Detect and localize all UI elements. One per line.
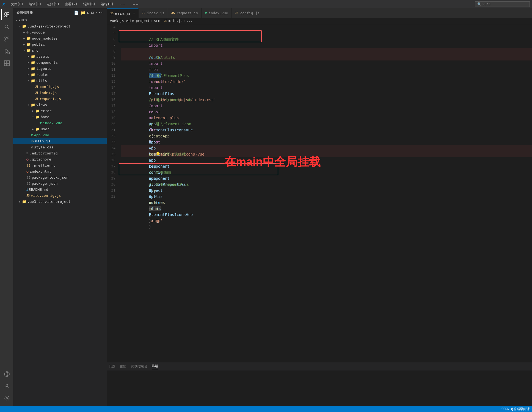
bottom-content [107,370,532,406]
tree-vite-config[interactable]: JS vite.config.js [13,192,107,198]
bottom-tab-problems[interactable]: 问题 [109,363,115,370]
tab-index-vue[interactable]: ▼ index.vue [202,8,231,18]
back-arrow[interactable]: ← [133,2,135,6]
svg-rect-1 [7,13,9,14]
tree-request-js[interactable]: JS request.js [13,96,107,102]
tree-index-js[interactable]: JS index.js [13,90,107,96]
editor-area: JS main.js ✕ JS index.js JS request.js ▼… [107,8,532,406]
tree-home[interactable]: ▾ 📁 home [13,114,107,120]
code-line-5: // 引入路由文件 [121,30,532,36]
menu-goto[interactable]: 转到(G) [81,1,98,7]
tree-vue3-js-vite[interactable]: ▾ 📁 vue3-js-vite-project [13,23,107,29]
code-line-10 [121,60,532,67]
activity-bottom [1,369,12,406]
code-line-29: // 使用ElementPlus [121,175,532,181]
code-editor[interactable]: 4 5 6 7 8 9 10 11 12 13 14 15 16 17 18 1… [107,24,532,362]
tree-vue3-ts-vite[interactable]: ▶ 📁 vue3-ts-vite-project [13,198,107,204]
collapse-icon[interactable]: ⊟ [91,10,94,15]
bottom-tab-debug[interactable]: 调试控制台 [131,363,147,370]
menu-file[interactable]: 文件(F) [9,1,26,7]
nav-arrows: ← → [133,2,139,6]
tab-js-icon-3: JS [171,11,175,15]
breadcrumb-more: ... [187,19,193,23]
tree-main-js[interactable]: JS main.js [13,138,107,144]
tree-app-vue[interactable]: ▼ App.vue [13,132,107,138]
activity-account[interactable] [1,381,12,392]
code-line-4 [121,24,532,30]
tree-router[interactable]: ▶ 📁 router [13,71,107,78]
tree-vue3-root[interactable]: ▾ VUE3 [13,17,107,23]
tree-error[interactable]: ▶ 📁 error [13,108,107,114]
tree-views[interactable]: ▾ 📁 views [13,102,107,108]
status-text: CSDN @前端早间课 [501,407,530,411]
tab-main-js[interactable]: JS main.js ✕ [107,8,139,18]
code-line-30: app . use ( ElementPlus ); [121,181,532,187]
tab-close-main-js[interactable]: ✕ [133,12,135,15]
activity-explorer[interactable] [1,9,12,20]
activity-run-debug[interactable] [1,46,12,57]
tree-editorconfig[interactable]: ≡ .editorconfig [13,150,107,156]
svg-point-8 [5,40,6,41]
svg-rect-3 [5,16,7,17]
tree-node-modules[interactable]: ▶ 📁 node_modules [13,35,107,41]
breadcrumb: vue3-js-vite-project › src › JS main.js … [107,18,532,24]
tab-js-icon: JS [110,12,114,15]
tab-config-js[interactable]: JS config.js [231,8,263,18]
tree-package-json[interactable]: {} package.json [13,180,107,186]
tree-vscode[interactable]: ▶ ⚙ .vscode [13,29,107,35]
tab-request-js[interactable]: JS request.js [168,8,202,18]
tree-gitignore[interactable]: ◇ .gitignore [13,156,107,162]
status-bar: CSDN @前端早间课 [0,406,532,412]
refresh-icon[interactable]: ↻ [87,10,90,15]
tab-request-js-label: request.js [177,11,198,15]
svg-line-5 [7,27,9,29]
activity-settings[interactable] [1,393,12,404]
title-search-bar[interactable]: 🔍 vue3 [475,1,530,7]
tree-style-css[interactable]: # style.css [13,144,107,150]
breadcrumb-js-icon: JS [164,20,167,23]
menu-edit[interactable]: 编辑(E) [27,1,44,7]
tree-public[interactable]: ▶ 📁 public [13,41,107,47]
line-numbers: 4 5 6 7 8 9 10 11 12 13 14 15 16 17 18 1… [107,24,120,362]
svg-rect-2 [7,15,9,17]
sidebar-title: 资源管理器 [16,11,33,15]
tree-home-index-vue[interactable]: ▼ index.vue [13,120,107,126]
tab-index-js[interactable]: JS index.js [139,8,168,18]
menu-run[interactable]: 运行(R) [99,1,116,7]
tree-components[interactable]: ▶ 📁 components [13,59,107,65]
bottom-tab-output[interactable]: 输出 [120,363,126,370]
tree-layouts[interactable]: ▶ 📁 layouts [13,65,107,71]
code-line-8: // 引入utils [121,48,532,54]
activity-source-control[interactable] [1,34,12,45]
code-line-18 [121,109,532,115]
tree-assets[interactable]: ▶ 📁 assets [13,53,107,59]
activity-search[interactable] [1,21,12,32]
new-folder-icon[interactable]: 📁 [81,10,86,15]
svg-rect-15 [7,63,9,66]
activity-extensions[interactable] [1,58,12,69]
menu-more[interactable]: ... [117,1,127,7]
tree-readme[interactable]: ℹ README.md [13,186,107,192]
code-line-11: // 引入ElementPlus [121,67,532,73]
tree-utils[interactable]: ▾ 📁 utils [13,78,107,84]
code-line-32 [121,193,532,200]
forward-arrow[interactable]: → [136,2,138,6]
tree-src[interactable]: ▾ 📁 src [13,47,107,53]
tree-prettierrc[interactable]: {} .prettierrc [13,162,107,168]
tree-package-lock[interactable]: {} package-lock.json [13,174,107,180]
new-file-icon[interactable]: 📄 [74,10,79,15]
code-line-28: app . use ( router ) [121,169,532,175]
more-actions-icon[interactable]: ··· [96,10,103,15]
menu-view[interactable]: 查看(V) [63,1,80,7]
tab-vue-icon: ▼ [205,11,207,15]
tree-index-html[interactable]: ◇ index.html [13,168,107,174]
breadcrumb-mainjs: main.js [169,19,183,23]
tab-main-js-label: main.js [115,11,130,15]
code-line-15: // 引入element icon [121,91,532,97]
tree-user[interactable]: ▶ 📁 user [13,126,107,132]
bottom-tab-terminal[interactable]: 终端 [152,363,158,370]
code-line-12: import ElementPlus from 'element-plus' [121,73,532,79]
menu-select[interactable]: 选择(S) [45,1,62,7]
tree-config-js[interactable]: JS config.js [13,84,107,90]
activity-remote[interactable] [1,369,12,380]
